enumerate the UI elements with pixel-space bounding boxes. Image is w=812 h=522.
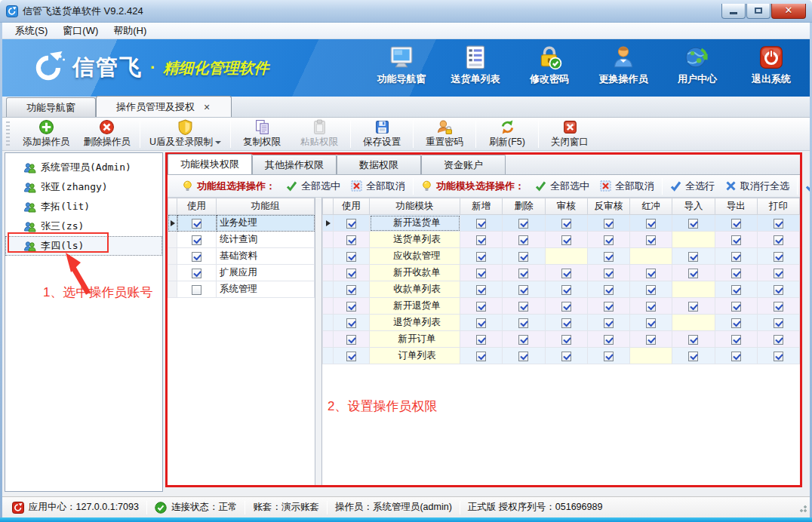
checkbox[interactable]	[192, 235, 201, 245]
perm-cell[interactable]	[587, 298, 629, 315]
perm-cell[interactable]	[757, 265, 799, 281]
perm-cell[interactable]	[630, 281, 672, 298]
permission-tab-4[interactable]: 资金账户	[421, 155, 506, 174]
menu-item[interactable]: 系统(S)	[8, 23, 55, 39]
module-name-cell[interactable]: 新开退货单	[370, 298, 460, 315]
checkbox[interactable]	[518, 235, 528, 245]
permission-tab-1[interactable]: 功能模块权限	[168, 154, 252, 174]
checkbox[interactable]	[476, 285, 486, 295]
checkbox[interactable]	[346, 318, 356, 328]
perm-cell[interactable]	[503, 265, 545, 281]
toolbar-button-1[interactable]: 添加操作员	[16, 119, 77, 149]
use-cell[interactable]	[177, 232, 217, 248]
column-header-perm[interactable]: 红冲	[630, 198, 672, 215]
checkbox[interactable]	[688, 352, 698, 361]
perm-cell[interactable]	[545, 315, 587, 331]
perm-cell[interactable]	[587, 265, 629, 281]
dropdown-arrow-icon[interactable]	[215, 141, 221, 144]
grid-splitter[interactable]	[315, 198, 322, 485]
checkbox[interactable]	[604, 302, 614, 312]
use-cell[interactable]	[177, 281, 217, 298]
checkbox[interactable]	[731, 352, 741, 361]
select-row-button[interactable]: 全选行	[665, 177, 720, 195]
checkbox[interactable]	[561, 302, 571, 312]
group-row[interactable]: 统计查询	[168, 232, 315, 248]
toolbar-grip[interactable]	[6, 121, 10, 147]
use-cell[interactable]	[334, 298, 370, 315]
banner-action-delivery-list[interactable]: 送货单列表	[444, 45, 507, 86]
module-row[interactable]: 退货单列表	[323, 315, 800, 331]
perm-cell[interactable]	[545, 215, 587, 232]
checkbox[interactable]	[346, 302, 356, 312]
close-button[interactable]: ✕	[771, 4, 806, 19]
perm-cell[interactable]	[630, 265, 672, 281]
perm-cell[interactable]	[460, 232, 503, 248]
module-clear-all-button[interactable]: 全部取消	[595, 177, 660, 195]
checkbox[interactable]	[731, 219, 741, 229]
perm-cell[interactable]	[715, 265, 757, 281]
tab-operator-management[interactable]: 操作员管理及授权×	[96, 96, 232, 117]
checkbox[interactable]	[518, 219, 528, 229]
banner-action-globe[interactable]: 用户中心	[666, 45, 729, 86]
perm-cell[interactable]	[460, 248, 503, 265]
checkbox[interactable]	[604, 285, 614, 295]
checkbox[interactable]	[774, 318, 783, 328]
checkbox[interactable]	[518, 352, 528, 361]
tree-item-operator[interactable]: 李拓(lit)	[5, 197, 162, 216]
group-row[interactable]: 扩展应用	[168, 265, 315, 281]
checkbox[interactable]	[476, 302, 486, 312]
perm-cell[interactable]	[757, 315, 799, 331]
checkbox[interactable]	[192, 269, 201, 278]
perm-cell[interactable]	[672, 215, 715, 232]
perm-cell[interactable]	[630, 298, 672, 315]
checkbox[interactable]	[192, 252, 201, 262]
perm-cell[interactable]	[757, 248, 799, 265]
perm-cell[interactable]	[545, 331, 587, 348]
tree-item-operator[interactable]: 系统管理员(Admin)	[5, 158, 162, 177]
module-name-cell[interactable]: 送货单列表	[370, 232, 460, 248]
toolbar-button-9[interactable]: 关闭窗口	[541, 119, 598, 149]
banner-action-power[interactable]: 退出系统	[740, 45, 803, 86]
group-name-cell[interactable]: 系统管理	[217, 281, 315, 298]
checkbox[interactable]	[476, 335, 486, 345]
maximize-button[interactable]	[746, 4, 770, 19]
tab-function-navigator[interactable]: 功能导航窗	[6, 97, 96, 117]
checkbox[interactable]	[476, 269, 486, 278]
column-header-perm[interactable]: 删除	[503, 198, 545, 215]
perm-cell[interactable]	[672, 348, 715, 364]
perm-cell[interactable]	[672, 331, 715, 348]
use-cell[interactable]	[334, 248, 370, 265]
checkbox[interactable]	[731, 235, 741, 245]
checkbox[interactable]	[561, 269, 571, 278]
checkbox[interactable]	[604, 352, 614, 361]
perm-cell[interactable]	[587, 315, 629, 331]
checkbox[interactable]	[476, 318, 486, 328]
perm-cell[interactable]	[757, 281, 799, 298]
tab-close-icon[interactable]: ×	[202, 103, 211, 112]
perm-cell[interactable]	[715, 348, 757, 364]
checkbox[interactable]	[688, 219, 698, 229]
perm-cell[interactable]	[460, 215, 503, 232]
checkbox[interactable]	[646, 285, 656, 295]
use-cell[interactable]	[334, 265, 370, 281]
use-cell[interactable]	[177, 265, 217, 281]
checkbox[interactable]	[646, 335, 656, 345]
checkbox[interactable]	[604, 269, 614, 278]
banner-action-operator[interactable]: 更换操作员	[592, 45, 655, 86]
perm-cell[interactable]	[757, 348, 799, 364]
checkbox[interactable]	[774, 219, 783, 229]
toolbar-button-3[interactable]: U盾及登录限制	[143, 119, 228, 149]
perm-cell[interactable]	[757, 232, 799, 248]
perm-cell[interactable]	[587, 232, 629, 248]
toolbar-button-2[interactable]: 删除操作员	[77, 119, 138, 149]
use-cell[interactable]	[334, 331, 370, 348]
checkbox[interactable]	[604, 252, 614, 262]
perm-cell[interactable]	[587, 215, 629, 232]
checkbox[interactable]	[346, 219, 356, 229]
perm-cell[interactable]	[503, 331, 545, 348]
group-row[interactable]: 基础资料	[168, 248, 315, 265]
use-cell[interactable]	[177, 248, 217, 265]
perm-cell[interactable]	[757, 331, 799, 348]
checkbox[interactable]	[688, 302, 698, 312]
perm-cell[interactable]	[503, 232, 545, 248]
